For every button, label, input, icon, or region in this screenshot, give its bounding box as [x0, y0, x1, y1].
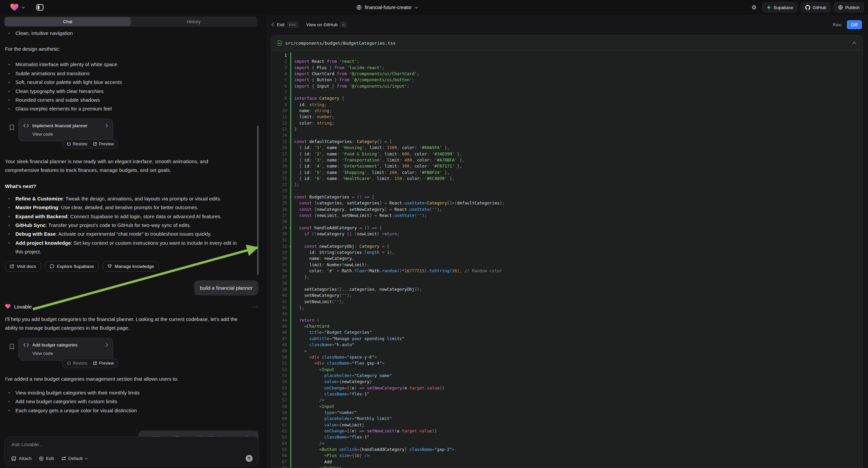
chat-scrollbar-thumb[interactable] — [257, 125, 259, 275]
file-header[interactable]: src/components/budget/BudgetCategories.t… — [272, 36, 862, 51]
fold-chevron-icon[interactable]: ▾ — [289, 225, 290, 231]
whats-next-list: Refine & Customize: Tweak the design, an… — [5, 195, 258, 257]
chat-input[interactable] — [11, 441, 246, 449]
code-line: 8▾interface Category { — [272, 95, 862, 101]
bullet-item: Clean typography with clear hierarchies — [5, 87, 242, 96]
fold-chevron-icon[interactable]: ▾ — [289, 139, 290, 145]
chat-panel: Chat History Clean, intuitive navigation… — [0, 15, 265, 468]
collapse-chevron-up-icon[interactable] — [852, 41, 856, 44]
version-card-row: Add budget categories View code Restore — [9, 338, 258, 368]
code-line: 43 — [272, 311, 862, 317]
code-line: 29▾ const handleAddCategory = () => { — [272, 225, 862, 231]
preview-button[interactable]: Preview — [91, 141, 116, 147]
bullet-item: Master Prompting: Use clear, detailed, a… — [5, 203, 242, 212]
version-card-implement-financial-planner[interactable]: Implement financial planner View code — [19, 118, 113, 141]
raw-toggle[interactable]: Raw — [830, 20, 844, 29]
exit-button[interactable]: Exit ESC — [272, 22, 298, 28]
settings-gear-icon[interactable]: ⚙ — [749, 2, 759, 12]
code-line: 41 setNewLimit(''); — [272, 299, 862, 305]
lovable-logo-icon[interactable] — [10, 3, 19, 11]
code-editor: 12import React from 'react';3import { Pl… — [272, 51, 862, 468]
code-line: 15▾const defaultCategories: Category[] =… — [272, 139, 862, 145]
code-line: 4import ChartCard from '@/components/ui/… — [272, 71, 862, 77]
assistant-paragraph: I'll help you add budget categories to t… — [5, 315, 243, 332]
tab-history[interactable]: History — [131, 17, 257, 26]
explore-supabase-button[interactable]: Explore Supabase — [45, 261, 99, 272]
code-line: 11 limit: number; — [272, 114, 862, 120]
diff-added-bar — [290, 89, 291, 95]
code-line: 20 { id: '5', name: 'Shopping', limit: 2… — [272, 170, 862, 176]
bullet-item: Clean, intuitive navigation — [5, 29, 242, 38]
added-bullet-list: View existing budget categories with the… — [5, 388, 258, 415]
sidebar-toggle-icon[interactable] — [35, 2, 45, 12]
bullet-item: Add project knowledge: Set key context o… — [5, 239, 242, 257]
bookmark-icon[interactable] — [9, 344, 14, 350]
top-bar: financial-future-creator ⚙ Supabase GitH… — [0, 0, 868, 15]
mode-selector[interactable]: Default — [61, 456, 88, 461]
diff-added-bar — [290, 188, 291, 194]
send-button[interactable] — [246, 455, 253, 462]
code-line: 30 if (!newCategory || !newLimit) return… — [272, 231, 862, 237]
code-line: 38 — [272, 280, 862, 286]
code-line: 64 /> — [272, 440, 862, 446]
code-line: 40 setNewCategory(''); — [272, 292, 862, 298]
chat-messages: Clean, intuitive navigation For the desi… — [0, 27, 265, 451]
code-line: 16 { id: '1', name: 'Housing', limit: 15… — [272, 145, 862, 151]
version-card-add-budget-categories[interactable]: Add budget categories View code — [19, 338, 113, 360]
project-chevron-down-icon[interactable] — [415, 6, 418, 9]
bullet-item: Subtle animations and transitions — [5, 69, 242, 78]
restore-button[interactable]: Restore — [65, 360, 90, 366]
bookmark-icon[interactable] — [9, 124, 14, 130]
diff-added-bar — [290, 52, 291, 58]
tab-chat[interactable]: Chat — [5, 17, 131, 26]
code-panel: Exit ESC View on GitHub G Raw Diff src/c… — [265, 15, 868, 468]
diff-added-bar — [290, 132, 291, 138]
code-line: 60 placeholder="Monthly limit" — [272, 416, 862, 422]
fold-chevron-icon[interactable]: ▾ — [289, 96, 290, 102]
whats-next-heading: What's next? — [5, 182, 243, 191]
message-menu-icon[interactable]: ⋯ — [252, 303, 258, 310]
fold-chevron-icon[interactable]: ▾ — [289, 244, 290, 250]
restore-button[interactable]: Restore — [65, 141, 90, 147]
view-code-link[interactable]: View code — [32, 131, 108, 137]
assistant-header: Lovable ⋯ — [5, 303, 258, 310]
github-button[interactable]: GitHub — [801, 2, 830, 12]
code-line: 7 — [272, 89, 862, 95]
code-line: 49 > — [272, 348, 862, 354]
code-line: 28 — [272, 218, 862, 225]
logo-chevron-down-icon[interactable] — [22, 6, 25, 9]
visit-docs-button[interactable]: Visit docs — [5, 261, 41, 272]
edit-button[interactable]: Edit — [39, 456, 54, 461]
code-line: 39 setCategories([...categories, newCate… — [272, 286, 862, 292]
bullet-item: Minimalist interface with plenty of whit… — [5, 60, 242, 69]
code-line: 57 /> — [272, 397, 862, 403]
manage-knowledge-button[interactable]: Manage knowledge — [103, 261, 159, 272]
chevron-right-icon — [106, 343, 108, 347]
fold-chevron-icon[interactable]: ▾ — [289, 195, 290, 200]
supabase-button[interactable]: Supabase — [762, 2, 798, 12]
project-title[interactable]: financial-future-creator — [365, 5, 412, 10]
intro-bullet-list: Clean, intuitive navigation — [5, 29, 258, 38]
code-line: 65 <Button onClick={handleAddCategory} c… — [272, 446, 862, 452]
code-line: 61 value={newLimit} — [272, 422, 862, 428]
bullet-item: Rounded corners and subtle shadows — [5, 96, 242, 105]
version-card-row: Implement financial planner View code Re… — [9, 118, 258, 149]
preview-button[interactable]: Preview — [91, 360, 116, 366]
chevron-right-icon — [106, 124, 108, 127]
project-globe-icon — [356, 5, 362, 10]
bullet-item: Add new budget categories with custom li… — [5, 397, 242, 406]
assistant-paragraph: I've added a new budget categories manag… — [5, 375, 243, 383]
quick-actions-row: Visit docs Explore Supabase Manage knowl… — [5, 261, 258, 272]
view-code-link[interactable]: View code — [32, 351, 108, 356]
code-brackets-icon — [24, 343, 29, 347]
diff-toggle[interactable]: Diff — [847, 20, 862, 29]
code-line: 52 <Input — [272, 367, 862, 373]
code-line: 66 <Plus size={16} /> — [272, 452, 862, 459]
publish-button[interactable]: Publish — [834, 2, 864, 12]
view-on-github-button[interactable]: View on GitHub G — [306, 22, 347, 28]
code-line: 56 className="flex-1" — [272, 391, 862, 397]
attach-button[interactable]: Attach — [11, 456, 32, 461]
code-line: 42 }; — [272, 305, 862, 311]
code-line: 54 value={newCategory} — [272, 379, 862, 385]
bullet-item: View existing budget categories with the… — [5, 388, 242, 397]
